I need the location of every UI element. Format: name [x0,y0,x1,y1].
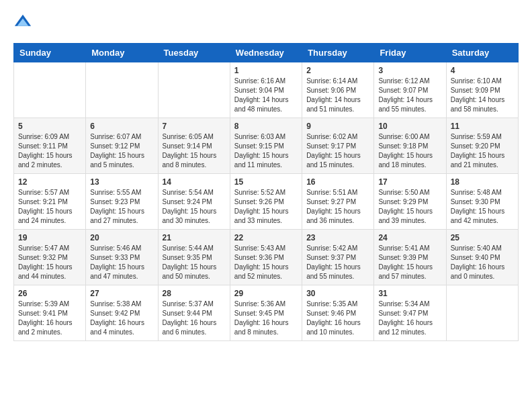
calendar-cell [158,62,230,118]
day-info: Sunrise: 6:09 AM Sunset: 9:11 PM Dayligh… [18,132,81,170]
day-info: Sunrise: 5:44 AM Sunset: 9:35 PM Dayligh… [163,244,226,281]
day-number: 1 [234,66,298,75]
calendar-cell: 23Sunrise: 5:42 AM Sunset: 9:37 PM Dayli… [302,230,374,285]
day-info: Sunrise: 5:36 AM Sunset: 9:45 PM Dayligh… [234,300,298,337]
day-number: 7 [163,122,226,131]
calendar-cell: 29Sunrise: 5:36 AM Sunset: 9:45 PM Dayli… [230,285,302,341]
calendar-cell [86,62,158,118]
calendar-cell: 20Sunrise: 5:46 AM Sunset: 9:33 PM Dayli… [86,230,158,285]
calendar-header-row: SundayMondayTuesdayWednesdayThursdayFrid… [14,44,519,62]
calendar-cell: 21Sunrise: 5:44 AM Sunset: 9:35 PM Dayli… [158,230,230,285]
day-info: Sunrise: 5:52 AM Sunset: 9:26 PM Dayligh… [234,188,298,226]
calendar-cell: 9Sunrise: 6:02 AM Sunset: 9:17 PM Daylig… [302,118,374,174]
day-number: 5 [18,122,81,131]
day-number: 10 [378,122,441,131]
calendar-header-monday: Monday [86,44,158,62]
day-number: 4 [451,66,514,75]
logo [13,13,35,32]
calendar-week-row: 5Sunrise: 6:09 AM Sunset: 9:11 PM Daylig… [14,118,519,174]
day-number: 9 [306,122,369,131]
calendar-cell: 10Sunrise: 6:00 AM Sunset: 9:18 PM Dayli… [374,118,446,174]
day-info: Sunrise: 5:41 AM Sunset: 9:39 PM Dayligh… [378,244,441,281]
day-info: Sunrise: 6:07 AM Sunset: 9:12 PM Dayligh… [90,132,153,170]
day-info: Sunrise: 5:54 AM Sunset: 9:24 PM Dayligh… [163,188,226,226]
calendar-cell: 14Sunrise: 5:54 AM Sunset: 9:24 PM Dayli… [158,174,230,230]
calendar-cell: 13Sunrise: 5:55 AM Sunset: 9:23 PM Dayli… [86,174,158,230]
day-number: 19 [18,233,81,242]
day-info: Sunrise: 6:02 AM Sunset: 9:17 PM Dayligh… [306,132,369,170]
calendar-cell: 6Sunrise: 6:07 AM Sunset: 9:12 PM Daylig… [86,118,158,174]
day-info: Sunrise: 5:59 AM Sunset: 9:20 PM Dayligh… [451,132,514,170]
logo-icon [13,13,32,32]
day-info: Sunrise: 5:57 AM Sunset: 9:21 PM Dayligh… [18,188,81,226]
day-info: Sunrise: 5:37 AM Sunset: 9:44 PM Dayligh… [163,300,226,337]
day-number: 17 [378,177,441,187]
calendar-cell: 28Sunrise: 5:37 AM Sunset: 9:44 PM Dayli… [158,285,230,341]
day-number: 30 [306,289,369,298]
day-number: 18 [451,177,514,187]
day-info: Sunrise: 5:38 AM Sunset: 9:42 PM Dayligh… [90,300,153,337]
calendar-week-row: 26Sunrise: 5:39 AM Sunset: 9:41 PM Dayli… [14,285,519,341]
day-info: Sunrise: 5:50 AM Sunset: 9:29 PM Dayligh… [378,188,441,226]
calendar-cell: 26Sunrise: 5:39 AM Sunset: 9:41 PM Dayli… [14,285,86,341]
day-number: 2 [306,66,369,75]
day-info: Sunrise: 5:34 AM Sunset: 9:47 PM Dayligh… [378,300,441,337]
day-info: Sunrise: 5:35 AM Sunset: 9:46 PM Dayligh… [306,300,369,337]
day-number: 12 [18,177,81,187]
calendar-cell: 5Sunrise: 6:09 AM Sunset: 9:11 PM Daylig… [14,118,86,174]
day-info: Sunrise: 5:47 AM Sunset: 9:32 PM Dayligh… [18,244,81,281]
calendar-cell: 1Sunrise: 6:16 AM Sunset: 9:04 PM Daylig… [230,62,302,118]
calendar-header-sunday: Sunday [14,44,86,62]
calendar-header-tuesday: Tuesday [158,44,230,62]
day-info: Sunrise: 5:46 AM Sunset: 9:33 PM Dayligh… [90,244,153,281]
day-info: Sunrise: 6:14 AM Sunset: 9:06 PM Dayligh… [306,77,369,114]
calendar-cell: 15Sunrise: 5:52 AM Sunset: 9:26 PM Dayli… [230,174,302,230]
calendar-cell: 16Sunrise: 5:51 AM Sunset: 9:27 PM Dayli… [302,174,374,230]
day-info: Sunrise: 6:05 AM Sunset: 9:14 PM Dayligh… [163,132,226,170]
calendar-cell: 11Sunrise: 5:59 AM Sunset: 9:20 PM Dayli… [446,118,518,174]
day-number: 21 [163,233,226,242]
calendar-cell [446,285,518,341]
calendar-cell: 30Sunrise: 5:35 AM Sunset: 9:46 PM Dayli… [302,285,374,341]
day-info: Sunrise: 6:00 AM Sunset: 9:18 PM Dayligh… [378,132,441,170]
calendar-week-row: 1Sunrise: 6:16 AM Sunset: 9:04 PM Daylig… [14,62,519,118]
calendar-header-friday: Friday [374,44,446,62]
calendar-cell: 3Sunrise: 6:12 AM Sunset: 9:07 PM Daylig… [374,62,446,118]
day-info: Sunrise: 6:12 AM Sunset: 9:07 PM Dayligh… [378,77,441,114]
day-number: 11 [451,122,514,131]
calendar-cell: 22Sunrise: 5:43 AM Sunset: 9:36 PM Dayli… [230,230,302,285]
day-number: 8 [234,122,298,131]
calendar-cell: 18Sunrise: 5:48 AM Sunset: 9:30 PM Dayli… [446,174,518,230]
day-info: Sunrise: 5:43 AM Sunset: 9:36 PM Dayligh… [234,244,298,281]
day-number: 23 [306,233,369,242]
day-number: 31 [378,289,441,298]
calendar-cell: 4Sunrise: 6:10 AM Sunset: 9:09 PM Daylig… [446,62,518,118]
day-info: Sunrise: 5:39 AM Sunset: 9:41 PM Dayligh… [18,300,81,337]
day-number: 26 [18,289,81,298]
calendar-cell: 19Sunrise: 5:47 AM Sunset: 9:32 PM Dayli… [14,230,86,285]
calendar-cell: 8Sunrise: 6:03 AM Sunset: 9:15 PM Daylig… [230,118,302,174]
day-number: 16 [306,177,369,187]
calendar-week-row: 19Sunrise: 5:47 AM Sunset: 9:32 PM Dayli… [14,230,519,285]
day-number: 29 [234,289,298,298]
day-info: Sunrise: 6:10 AM Sunset: 9:09 PM Dayligh… [451,77,514,114]
calendar-cell: 25Sunrise: 5:40 AM Sunset: 9:40 PM Dayli… [446,230,518,285]
day-info: Sunrise: 6:03 AM Sunset: 9:15 PM Dayligh… [234,132,298,170]
calendar-cell: 17Sunrise: 5:50 AM Sunset: 9:29 PM Dayli… [374,174,446,230]
calendar-week-row: 12Sunrise: 5:57 AM Sunset: 9:21 PM Dayli… [14,174,519,230]
calendar-cell [14,62,86,118]
calendar-cell: 12Sunrise: 5:57 AM Sunset: 9:21 PM Dayli… [14,174,86,230]
calendar-cell: 2Sunrise: 6:14 AM Sunset: 9:06 PM Daylig… [302,62,374,118]
calendar-cell: 31Sunrise: 5:34 AM Sunset: 9:47 PM Dayli… [374,285,446,341]
day-info: Sunrise: 5:42 AM Sunset: 9:37 PM Dayligh… [306,244,369,281]
day-number: 27 [90,289,153,298]
calendar-header-saturday: Saturday [446,44,518,62]
day-number: 28 [163,289,226,298]
day-number: 14 [163,177,226,187]
day-number: 15 [234,177,298,187]
calendar-table: SundayMondayTuesdayWednesdayThursdayFrid… [13,43,519,341]
calendar-header-thursday: Thursday [302,44,374,62]
calendar-cell: 24Sunrise: 5:41 AM Sunset: 9:39 PM Dayli… [374,230,446,285]
day-number: 13 [90,177,153,187]
day-info: Sunrise: 5:55 AM Sunset: 9:23 PM Dayligh… [90,188,153,226]
